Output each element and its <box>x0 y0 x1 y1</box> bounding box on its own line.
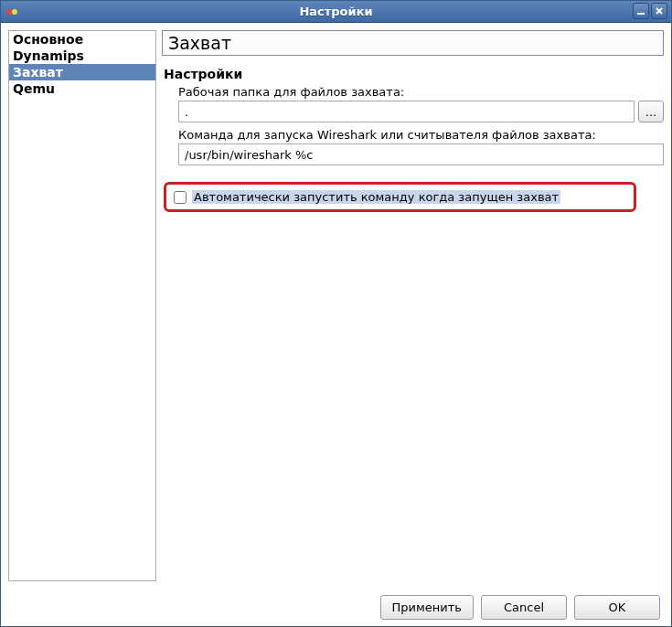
close-icon <box>655 6 664 16</box>
minimize-button[interactable] <box>633 3 649 19</box>
main-panel: Захват Настройки Рабочая папка для файло… <box>162 30 664 581</box>
auto-start-checkbox[interactable] <box>174 191 187 204</box>
close-button[interactable] <box>651 3 667 19</box>
dialog-button-bar: Применить Cancel OK <box>1 589 671 625</box>
page-title: Захват <box>162 30 664 56</box>
svg-point-1 <box>12 9 17 15</box>
working-dir-input[interactable] <box>178 101 635 122</box>
working-dir-group: Рабочая папка для файлов захвата: ... Ко… <box>162 85 664 171</box>
window-title: Настройки <box>1 5 671 18</box>
auto-start-label[interactable]: Автоматически запустить команду когда за… <box>192 190 560 204</box>
category-sidebar[interactable]: Основное Dynamips Захват Qemu <box>8 30 156 581</box>
sidebar-item-qemu[interactable]: Qemu <box>9 80 155 97</box>
command-label: Команда для запуска Wireshark или считыв… <box>178 128 664 142</box>
content-area: Основное Dynamips Захват Qemu Захват Нас… <box>1 23 671 589</box>
highlight-annotation: Автоматически запустить команду когда за… <box>164 182 636 212</box>
browse-button[interactable]: ... <box>638 101 664 122</box>
sidebar-item-capture[interactable]: Захват <box>9 64 155 80</box>
ok-button[interactable]: OK <box>574 595 660 620</box>
svg-point-0 <box>6 9 12 15</box>
working-dir-label: Рабочая папка для файлов захвата: <box>178 85 664 99</box>
app-icon <box>5 5 19 19</box>
titlebar: Настройки <box>1 1 671 23</box>
apply-button[interactable]: Применить <box>380 595 474 620</box>
command-input[interactable] <box>178 143 664 165</box>
sidebar-item-dynamips[interactable]: Dynamips <box>9 48 155 64</box>
sidebar-item-general[interactable]: Основное <box>9 31 155 48</box>
minimize-icon <box>636 6 645 16</box>
section-title: Настройки <box>162 67 664 81</box>
cancel-button[interactable]: Cancel <box>481 595 567 620</box>
